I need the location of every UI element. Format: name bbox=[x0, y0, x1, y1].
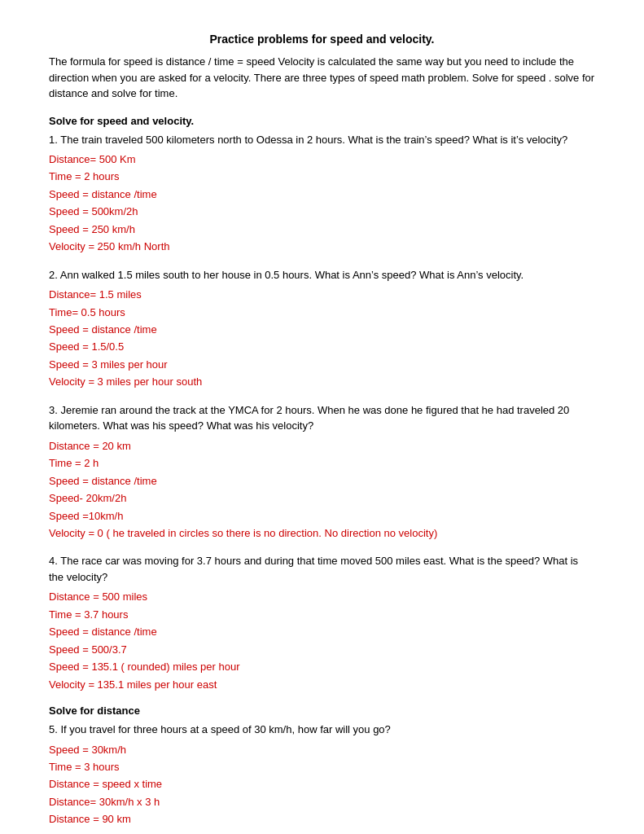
problem-3: 3. Jeremie ran around the track at the Y… bbox=[49, 402, 595, 542]
problem-1-answer-3: Speed = 500km/2h bbox=[49, 203, 595, 220]
problem-5-answer-4: Distance = 90 km bbox=[49, 810, 595, 827]
problem-3-answer-2: Speed = distance /time bbox=[49, 472, 595, 489]
problem-5-answer-1: Time = 3 hours bbox=[49, 758, 595, 775]
problem-1-answer-4: Speed = 250 km/h bbox=[49, 221, 595, 238]
problem-4-answer-2: Speed = distance /time bbox=[49, 623, 595, 640]
problem-4-answer-4: Speed = 135.1 ( rounded) miles per hour bbox=[49, 658, 595, 675]
problem-3-answers: Distance = 20 km Time = 2 h Speed = dist… bbox=[49, 437, 595, 542]
problem-3-answer-5: Velocity = 0 ( he traveled in circles so… bbox=[49, 525, 595, 542]
problem-1-answer-2: Speed = distance /time bbox=[49, 186, 595, 203]
intro-paragraph: The formula for speed is distance / time… bbox=[49, 54, 595, 102]
problem-1: 1. The train traveled 500 kilometers nor… bbox=[49, 132, 595, 256]
problem-2-answer-1: Time= 0.5 hours bbox=[49, 304, 595, 321]
problem-1-question: 1. The train traveled 500 kilometers nor… bbox=[49, 132, 595, 148]
problem-4-question: 4. The race car was moving for 3.7 hours… bbox=[49, 553, 595, 585]
section2-heading: Solve for distance bbox=[49, 705, 595, 717]
problem-2: 2. Ann walked 1.5 miles south to her hou… bbox=[49, 267, 595, 391]
problem-2-answer-0: Distance= 1.5 miles bbox=[49, 286, 595, 303]
problem-3-answer-3: Speed- 20km/2h bbox=[49, 489, 595, 507]
problem-3-question: 3. Jeremie ran around the track at the Y… bbox=[49, 402, 595, 434]
problem-4-answer-5: Velocity = 135.1 miles per hour east bbox=[49, 676, 595, 693]
problem-5-answer-0: Speed = 30km/h bbox=[49, 741, 595, 758]
problem-2-answer-2: Speed = distance /time bbox=[49, 321, 595, 338]
problem-5-question: 5. If you travel for three hours at a sp… bbox=[49, 722, 595, 738]
problem-2-answers: Distance= 1.5 miles Time= 0.5 hours Spee… bbox=[49, 286, 595, 391]
section-speed-velocity: Solve for speed and velocity. 1. The tra… bbox=[49, 115, 595, 694]
problem-3-answer-0: Distance = 20 km bbox=[49, 437, 595, 454]
problem-5-answer-2: Distance = speed x time bbox=[49, 775, 595, 792]
problem-3-answer-1: Time = 2 h bbox=[49, 454, 595, 472]
problem-5-answer-3: Distance= 30km/h x 3 h bbox=[49, 793, 595, 810]
problem-3-answer-4: Speed =10km/h bbox=[49, 507, 595, 525]
problem-4: 4. The race car was moving for 3.7 hours… bbox=[49, 553, 595, 693]
problem-4-answers: Distance = 500 miles Time = 3.7 hours Sp… bbox=[49, 588, 595, 693]
problem-5: 5. If you travel for three hours at a sp… bbox=[49, 722, 595, 828]
problem-1-answer-5: Velocity = 250 km/h North bbox=[49, 238, 595, 255]
problem-1-answers: Distance= 500 Km Time = 2 hours Speed = … bbox=[49, 151, 595, 256]
problem-4-answer-0: Distance = 500 miles bbox=[49, 588, 595, 605]
problem-4-answer-3: Speed = 500/3.7 bbox=[49, 641, 595, 658]
problem-5-answers: Speed = 30km/h Time = 3 hours Distance =… bbox=[49, 741, 595, 828]
problem-1-answer-1: Time = 2 hours bbox=[49, 168, 595, 185]
section1-heading: Solve for speed and velocity. bbox=[49, 115, 595, 127]
problem-4-answer-1: Time = 3.7 hours bbox=[49, 606, 595, 623]
problem-2-answer-3: Speed = 1.5/0.5 bbox=[49, 338, 595, 355]
page-title: Practice problems for speed and velocity… bbox=[49, 33, 595, 46]
problem-2-answer-5: Velocity = 3 miles per hour south bbox=[49, 373, 595, 390]
problem-2-question: 2. Ann walked 1.5 miles south to her hou… bbox=[49, 267, 595, 283]
section-distance: Solve for distance 5. If you travel for … bbox=[49, 705, 595, 834]
problem-2-answer-4: Speed = 3 miles per hour bbox=[49, 356, 595, 373]
problem-1-answer-0: Distance= 500 Km bbox=[49, 151, 595, 168]
